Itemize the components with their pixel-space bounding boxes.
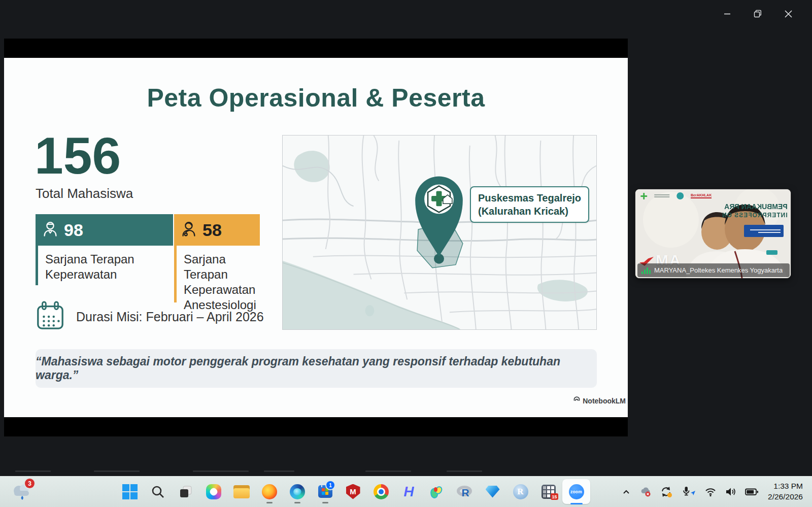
sync-status[interactable] xyxy=(656,482,677,502)
operational-map: Puskesmas Tegalrejo (Kalurahan Kricak) xyxy=(282,135,597,330)
r-language-icon: R xyxy=(457,485,473,498)
firefox-icon xyxy=(262,484,277,499)
mission-duration-text: Durasi Misi: Februari – April 2026 xyxy=(76,310,264,324)
store-badge: 1 xyxy=(326,481,334,489)
program-2-header: 58 xyxy=(174,214,260,246)
copilot-icon xyxy=(206,484,221,499)
microsoft-store-button[interactable]: 1 xyxy=(311,479,339,504)
search-button[interactable] xyxy=(144,479,172,504)
zoom-app-button[interactable]: zoom xyxy=(562,479,590,504)
quote-box: “Mahasiswa sebagai motor penggerak progr… xyxy=(36,349,597,388)
h-app-button[interactable]: H xyxy=(395,479,423,504)
gis-heatmap-button[interactable] xyxy=(423,479,451,504)
system-tray: 1:33 PM 2/26/2026 xyxy=(617,476,812,507)
program-2-name: Sarjana Terapan Keperawatan Anestesiolog… xyxy=(174,246,265,302)
sync-icon xyxy=(660,486,673,498)
app-grid-button[interactable]: 15 xyxy=(534,479,562,504)
hidden-icons-button[interactable] xyxy=(617,482,635,502)
mission-duration: Durasi Misi: Februari – April 2026 xyxy=(36,300,264,333)
total-students-value: 156 xyxy=(35,130,121,182)
heatmap-icon xyxy=(429,484,445,499)
diamond-app-button[interactable] xyxy=(479,479,506,504)
taskbar: 3 xyxy=(0,476,812,507)
chrome-icon xyxy=(374,484,389,499)
presentation-slide: Peta Operasional & Peserta 156 Total Mah… xyxy=(4,58,628,417)
firefox-button[interactable] xyxy=(255,479,283,504)
slide-letterbox-bottom xyxy=(4,417,628,436)
volume-status[interactable] xyxy=(721,482,741,502)
task-view-icon xyxy=(179,485,193,499)
participant-video-tile[interactable]: BerAKHLAK PEMBUKAAN PRA INTERPROFESS ON … xyxy=(635,189,791,278)
app-grid-badge: 15 xyxy=(551,493,558,500)
doctor-icon xyxy=(181,221,196,239)
battery-icon xyxy=(745,487,759,497)
microphone-location-icon xyxy=(681,486,696,498)
chrome-button[interactable] xyxy=(367,479,395,504)
speaker-icon xyxy=(725,486,737,497)
folder-icon xyxy=(233,485,250,498)
quote-text: “Mahasiswa sebagai motor penggerak progr… xyxy=(36,355,597,382)
banner-title: PEMBUKAAN PRA INTERPROFESS ON xyxy=(722,202,788,219)
window-controls xyxy=(719,5,797,22)
participant-name-bar: MARYANA_Poltekes Kemenkes Yogyakarta xyxy=(637,263,790,277)
audio-level-icon xyxy=(641,267,651,274)
shared-screen: Peta Operasional & Peserta 156 Total Mah… xyxy=(4,39,628,436)
onedrive-error-icon xyxy=(639,486,652,497)
mcafee-button[interactable]: M xyxy=(339,479,367,504)
banner-info-box xyxy=(744,225,784,237)
mcafee-icon: M xyxy=(346,484,360,499)
desktop: Peta Operasional & Peserta 156 Total Mah… xyxy=(0,0,812,507)
windows-icon xyxy=(122,484,138,499)
taskbar-clock[interactable]: 1:33 PM 2/26/2026 xyxy=(763,481,812,501)
search-icon xyxy=(151,485,165,499)
edge-button[interactable] xyxy=(283,479,311,504)
notebooklm-watermark: NotebookLM xyxy=(573,396,626,405)
edge-icon xyxy=(290,484,305,499)
map-pin-label: Puskesmas Tegalrejo (Kalurahan Kricak) xyxy=(470,186,589,223)
restore-button[interactable] xyxy=(749,5,766,22)
nurse-icon xyxy=(43,221,58,239)
weather-badge: 3 xyxy=(25,479,35,488)
rstudio-icon: R xyxy=(513,484,528,499)
r-language-button[interactable]: R xyxy=(451,479,479,504)
banner-logos: BerAKHLAK xyxy=(640,192,712,199)
slide-title: Peta Operasional & Peserta xyxy=(4,83,628,113)
zoom-icon: zoom xyxy=(569,484,584,499)
participant-name: MARYANA_Poltekes Kemenkes Yogyakarta xyxy=(654,266,783,274)
rstudio-button[interactable]: R xyxy=(506,479,534,504)
battery-status[interactable] xyxy=(741,482,763,502)
total-students-label: Total Mahasiswa xyxy=(36,186,133,201)
chevron-up-icon xyxy=(621,487,631,497)
task-view-button[interactable] xyxy=(172,479,199,504)
h-logo-icon: H xyxy=(403,484,414,500)
clock-time: 1:33 PM xyxy=(768,481,803,491)
copilot-button[interactable] xyxy=(199,479,227,504)
slide-letterbox-top xyxy=(4,39,628,58)
weather-widget[interactable]: 3 xyxy=(10,480,36,504)
text-logo xyxy=(654,194,669,197)
notebooklm-icon xyxy=(573,396,581,405)
start-button[interactable] xyxy=(116,479,144,504)
program-1-header: 98 xyxy=(36,214,173,246)
map-graphic xyxy=(283,136,596,329)
health-plus-logo xyxy=(640,193,647,199)
taskbar-icons: 1 M H R R xyxy=(116,479,590,504)
minimize-button[interactable] xyxy=(719,5,736,22)
calendar-icon xyxy=(36,300,65,333)
berakhlak-logo: BerAKHLAK xyxy=(691,193,712,198)
file-explorer-button[interactable] xyxy=(227,479,255,504)
microphone-status[interactable] xyxy=(677,482,700,502)
background-window-remnant xyxy=(0,469,812,474)
onedrive-status[interactable] xyxy=(635,482,656,502)
program-1-count: 98 xyxy=(64,220,83,240)
round-logo xyxy=(676,192,684,199)
wifi-status[interactable] xyxy=(700,482,721,502)
wifi-icon xyxy=(704,486,717,497)
clock-date: 2/26/2026 xyxy=(768,492,803,502)
program-2-count: 58 xyxy=(202,220,222,240)
diamond-icon xyxy=(486,486,500,498)
program-1-name: Sarjana Terapan Keperawatan xyxy=(36,246,173,285)
close-button[interactable] xyxy=(780,5,797,22)
